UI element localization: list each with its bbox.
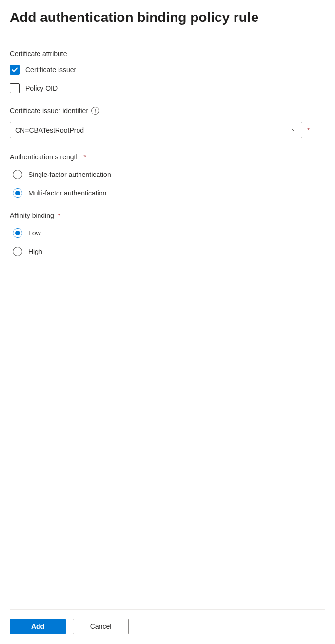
certificate-attribute-group: Certificate attribute Certificate issuer… <box>10 50 325 93</box>
required-indicator: * <box>58 212 60 219</box>
page-title: Add authentication binding policy rule <box>10 10 325 25</box>
info-icon[interactable]: i <box>91 107 99 115</box>
auth-strength-label: Authentication strength * <box>10 153 325 161</box>
policy-oid-checkbox[interactable] <box>10 83 20 93</box>
single-factor-label: Single-factor authentication <box>28 171 111 178</box>
auth-strength-label-text: Authentication strength <box>10 153 79 161</box>
issuer-identifier-label: Certificate issuer identifier i <box>10 107 325 115</box>
footer: Add Cancel <box>10 609 325 634</box>
single-factor-radio[interactable] <box>13 170 22 179</box>
required-indicator: * <box>83 153 86 161</box>
multi-factor-radio[interactable] <box>13 188 22 198</box>
affinity-low-label: Low <box>28 229 41 237</box>
affinity-binding-group: Affinity binding * Low High <box>10 212 325 256</box>
cancel-button[interactable]: Cancel <box>73 619 129 634</box>
auth-strength-group: Authentication strength * Single-factor … <box>10 153 325 198</box>
certificate-issuer-checkbox[interactable] <box>10 65 20 75</box>
issuer-identifier-dropdown[interactable]: CN=CBATestRootProd <box>10 122 302 138</box>
issuer-identifier-value: CN=CBATestRootProd <box>15 126 84 134</box>
required-indicator: * <box>307 126 310 134</box>
affinity-low-radio[interactable] <box>13 228 22 238</box>
affinity-high-label: High <box>28 248 42 255</box>
certificate-attribute-label: Certificate attribute <box>10 50 325 58</box>
check-icon <box>11 66 18 73</box>
certificate-issuer-label: Certificate issuer <box>25 66 76 74</box>
issuer-identifier-label-text: Certificate issuer identifier <box>10 107 88 115</box>
add-button[interactable]: Add <box>10 619 66 634</box>
chevron-down-icon <box>291 127 297 133</box>
affinity-binding-label: Affinity binding * <box>10 212 325 219</box>
issuer-identifier-group: Certificate issuer identifier i CN=CBATe… <box>10 107 325 138</box>
multi-factor-label: Multi-factor authentication <box>28 189 106 197</box>
policy-oid-label: Policy OID <box>25 84 58 92</box>
affinity-binding-label-text: Affinity binding <box>10 212 54 219</box>
affinity-high-radio[interactable] <box>13 247 22 256</box>
